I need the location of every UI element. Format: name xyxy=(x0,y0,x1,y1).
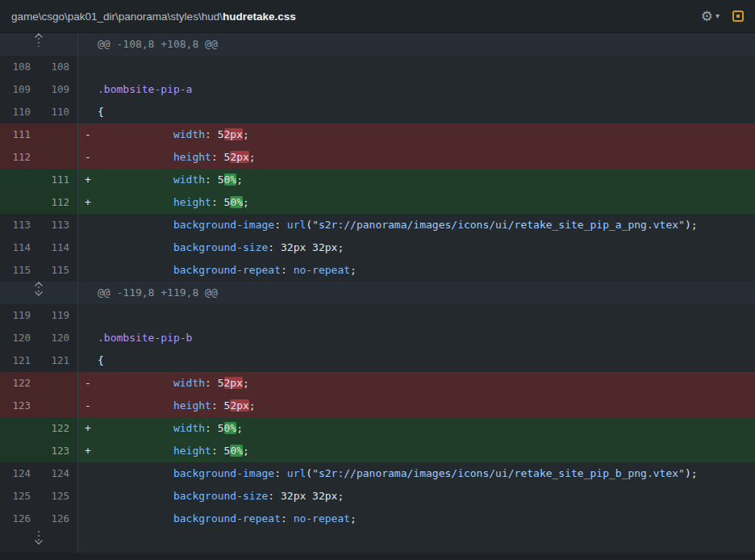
header-actions: ⚙ ▾ xyxy=(701,10,744,23)
expand-down-button[interactable] xyxy=(0,530,78,553)
new-line-number: 119 xyxy=(39,304,77,327)
old-line-number[interactable]: 123 xyxy=(0,395,39,417)
old-line-number: 120 xyxy=(0,327,39,349)
diff-marker xyxy=(78,349,98,372)
file-path: game\csgo\pak01_dir\panorama\styles\hud\… xyxy=(11,10,296,23)
line-number-gutter: 113113 xyxy=(0,214,78,236)
line-number-gutter: 112 xyxy=(0,146,78,169)
code-text: background-size: 32px 32px; xyxy=(98,485,344,508)
diff-marker: + xyxy=(78,440,98,462)
new-line-number[interactable] xyxy=(39,372,77,395)
diff-marker xyxy=(78,78,98,101)
new-line-number[interactable] xyxy=(39,395,77,417)
line-number-gutter: 109109 xyxy=(0,78,78,101)
diff-marker xyxy=(78,214,98,236)
expand-both-button[interactable] xyxy=(0,282,78,304)
new-line-number: 125 xyxy=(39,485,77,508)
code-text: width: 52px; xyxy=(98,372,249,395)
old-line-number[interactable] xyxy=(0,169,39,191)
new-line-number: 113 xyxy=(39,214,77,236)
line-number-gutter: 125125 xyxy=(0,485,78,508)
diff-marker xyxy=(78,236,98,259)
code-text: { xyxy=(98,101,104,123)
new-line-number[interactable]: 111 xyxy=(39,169,77,191)
diff-options-button[interactable]: ⚙ ▾ xyxy=(701,10,720,23)
old-line-number: 108 xyxy=(0,56,39,78)
code-text: height: 50%; xyxy=(98,440,249,462)
code-text: width: 50%; xyxy=(98,169,243,191)
expand-up-button[interactable] xyxy=(0,33,78,56)
expand-down-icon xyxy=(32,529,45,554)
code-text: width: 50%; xyxy=(98,417,243,440)
code-text: background-repeat: no-repeat; xyxy=(98,259,357,282)
diff-line: 124124 background-image: url("s2r://pano… xyxy=(0,462,755,485)
line-number-gutter: 112 xyxy=(0,191,78,214)
diff-line: 112- height: 52px; xyxy=(0,146,755,169)
expander-row xyxy=(0,530,755,553)
diff-marker: - xyxy=(78,123,98,146)
diff-marker xyxy=(78,33,98,56)
file-path-dir: game\csgo\pak01_dir\panorama\styles\hud\ xyxy=(11,10,223,23)
line-number-gutter: 124124 xyxy=(0,462,78,485)
new-line-number: 124 xyxy=(39,462,77,485)
line-number-gutter: 121121 xyxy=(0,349,78,372)
diff-marker: - xyxy=(78,146,98,169)
new-line-number[interactable] xyxy=(39,146,77,169)
old-line-number: 109 xyxy=(0,78,39,101)
new-line-number[interactable] xyxy=(39,123,77,146)
diff-viewer: game\csgo\pak01_dir\panorama\styles\hud\… xyxy=(0,0,755,560)
diff-marker xyxy=(78,101,98,123)
diff-marker xyxy=(78,508,98,530)
diff-marker: + xyxy=(78,191,98,214)
hunk-header-text: @@ -108,8 +108,8 @@ xyxy=(98,33,218,56)
gear-icon: ⚙ xyxy=(701,10,713,23)
diff-line: 120120.bombsite-pip-b xyxy=(0,327,755,349)
line-number-gutter: 122 xyxy=(0,417,78,440)
diff-line: 126126 background-repeat: no-repeat; xyxy=(0,508,755,530)
old-line-number[interactable]: 112 xyxy=(0,146,39,169)
hunk-row: @@ -119,8 +119,8 @@ xyxy=(0,282,755,304)
diff-marker xyxy=(78,304,98,327)
file-header: game\csgo\pak01_dir\panorama\styles\hud\… xyxy=(0,0,755,33)
old-line-number[interactable]: 122 xyxy=(0,372,39,395)
diff-line: 121121{ xyxy=(0,349,755,372)
modified-dot xyxy=(736,15,740,18)
old-line-number: 115 xyxy=(0,259,39,282)
diff-line: 123- height: 52px; xyxy=(0,395,755,417)
diff-line: 112+ height: 50%; xyxy=(0,191,755,214)
line-number-gutter: 123 xyxy=(0,440,78,462)
new-line-number[interactable]: 112 xyxy=(39,191,77,214)
old-line-number[interactable] xyxy=(0,440,39,462)
line-number-gutter: 122 xyxy=(0,372,78,395)
old-line-number[interactable]: 111 xyxy=(0,123,39,146)
line-number-gutter: 110110 xyxy=(0,101,78,123)
diff-marker: - xyxy=(78,395,98,417)
code-text: background-size: 32px 32px; xyxy=(98,236,344,259)
diff-marker: + xyxy=(78,417,98,440)
new-line-number[interactable]: 123 xyxy=(39,440,77,462)
new-line-number: 126 xyxy=(39,508,77,530)
code-text: background-repeat: no-repeat; xyxy=(98,508,357,530)
diff-line: 113113 background-image: url("s2r://pano… xyxy=(0,214,755,236)
old-line-number: 119 xyxy=(0,304,39,327)
diff-line: 110110{ xyxy=(0,101,755,123)
new-line-number: 108 xyxy=(39,56,77,78)
diff-rows: @@ -108,8 +108,8 @@108108109109.bombsite… xyxy=(0,33,755,553)
old-line-number[interactable] xyxy=(0,417,39,440)
new-line-number: 120 xyxy=(39,327,77,349)
diff-line: 122- width: 52px; xyxy=(0,372,755,395)
file-name: hudretake.css xyxy=(223,10,296,23)
line-number-gutter: 111 xyxy=(0,169,78,191)
old-line-number: 110 xyxy=(0,101,39,123)
diff-line: 122+ width: 50%; xyxy=(0,417,755,440)
line-number-gutter: 126126 xyxy=(0,508,78,530)
diff-marker xyxy=(78,259,98,282)
hunk-row: @@ -108,8 +108,8 @@ xyxy=(0,33,755,56)
code-text: height: 50%; xyxy=(98,191,249,214)
code-text: height: 52px; xyxy=(98,146,256,169)
old-line-number[interactable] xyxy=(0,191,39,214)
new-line-number[interactable]: 122 xyxy=(39,417,77,440)
modified-file-icon xyxy=(732,10,744,22)
old-line-number: 124 xyxy=(0,462,39,485)
old-line-number: 125 xyxy=(0,485,39,508)
